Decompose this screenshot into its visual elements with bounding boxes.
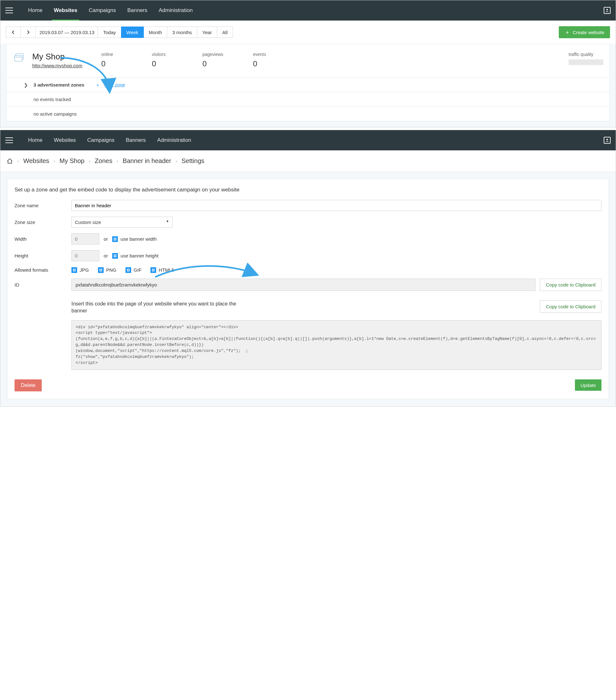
nav-campaigns[interactable]: Campaigns [82, 130, 120, 150]
code-instructions: Insert this code into the page of your w… [71, 300, 248, 315]
date-toolbar: 2019.03.07 — 2019.03.13 Today Week Month… [0, 21, 616, 44]
breadcrumb-banner[interactable]: Banner in header [123, 157, 171, 165]
or-text: or [104, 253, 108, 259]
stat-pageviews-value: 0 [202, 59, 237, 68]
breadcrumb-zones[interactable]: Zones [95, 157, 112, 165]
settings-panel: Set up a zone and get the embed code to … [7, 179, 609, 399]
zone-id-field[interactable]: pxfatahndkcolmqbuefzramvkekrwfykyo [71, 279, 535, 291]
menu-icon[interactable] [5, 8, 13, 13]
zone-size-value: Custom size [75, 220, 101, 225]
range-week[interactable]: Week [121, 26, 144, 38]
new-zone-link[interactable]: new zone [105, 82, 125, 88]
stat-visitors-value: 0 [152, 59, 186, 68]
stat-pageviews-label: pageviews [202, 52, 237, 57]
stat-online-label: online [101, 52, 136, 57]
format-jpg-checkbox[interactable] [71, 267, 77, 273]
website-name: My Shop [32, 52, 82, 62]
format-gif-checkbox[interactable] [125, 267, 131, 273]
or-text: or [104, 236, 108, 242]
breadcrumb-myshop[interactable]: My Shop [59, 157, 84, 165]
home-icon[interactable] [7, 158, 13, 164]
prev-period-button[interactable] [6, 26, 21, 38]
width-input[interactable] [71, 234, 99, 245]
width-label: Width [14, 236, 71, 242]
nav-banners[interactable]: Banners [122, 0, 153, 21]
plus-icon: ＋ [565, 28, 570, 36]
account-icon[interactable] [604, 7, 611, 14]
add-zone-plus-icon[interactable]: + [96, 82, 99, 88]
format-html5-checkbox[interactable] [150, 267, 156, 273]
nav-websites[interactable]: Websites [48, 130, 82, 150]
top-nav-2: Home Websites Campaigns Banners Administ… [0, 130, 616, 150]
use-banner-height-checkbox[interactable] [112, 253, 118, 259]
formats-label: Allowed formats [14, 267, 71, 273]
embed-code-block[interactable]: <div id="pxfatahndkcolmqbuefzramvkekrwfy… [71, 320, 602, 370]
website-card: My Shop http://www.myshop.com online 0 v… [6, 44, 610, 121]
website-url[interactable]: http://www.myshop.com [32, 63, 82, 68]
zones-count-label: 3 advertisement zones [34, 82, 84, 88]
campaigns-row[interactable]: no active campaigns [6, 107, 610, 121]
nav-banners[interactable]: Banners [120, 130, 151, 150]
chevron-right-icon: › [17, 159, 19, 164]
stat-online-value: 0 [101, 59, 136, 68]
range-all[interactable]: All [217, 26, 233, 38]
zones-row[interactable]: ❯ 3 advertisement zones + new zone [6, 77, 610, 92]
stat-visitors-label: visitors [152, 52, 186, 57]
nav-administration[interactable]: Administration [153, 0, 198, 21]
use-banner-width-label: use banner width [120, 236, 157, 242]
copy-code-button[interactable]: Copy code to Clipboard [540, 300, 602, 313]
chevron-right-icon: › [116, 159, 118, 164]
id-label: ID [14, 282, 71, 287]
date-range-display[interactable]: 2019.03.07 — 2019.03.13 [35, 26, 98, 38]
use-banner-width-checkbox[interactable] [112, 236, 118, 242]
account-icon[interactable] [604, 137, 611, 144]
settings-description: Set up a zone and get the embed code to … [14, 187, 602, 193]
menu-icon[interactable] [5, 137, 13, 143]
chevron-right-icon: › [54, 159, 55, 164]
format-jpg-label: JPG [79, 267, 89, 273]
zone-size-select[interactable]: Custom size ▼ [71, 217, 173, 228]
caret-down-icon: ▼ [166, 220, 169, 223]
create-website-button[interactable]: ＋ Create website [559, 26, 610, 38]
nav-home[interactable]: Home [22, 0, 48, 21]
update-button[interactable]: Update [575, 379, 602, 391]
stat-quality-label: traffic quality [569, 52, 603, 57]
height-label: Height [14, 253, 71, 259]
chevron-right-icon: ❯ [24, 83, 28, 88]
zone-name-label: Zone name [14, 203, 71, 208]
stat-events-value: 0 [253, 59, 287, 68]
events-row[interactable]: no events tracked [6, 92, 610, 107]
svg-point-0 [606, 9, 608, 10]
breadcrumb-websites[interactable]: Websites [23, 157, 49, 165]
format-png-checkbox[interactable] [98, 267, 104, 273]
nav-campaigns[interactable]: Campaigns [83, 0, 122, 21]
nav-administration[interactable]: Administration [151, 130, 197, 150]
nav-home[interactable]: Home [22, 130, 48, 150]
websites-list-screen: Home Websites Campaigns Banners Administ… [0, 0, 616, 127]
quality-bar [569, 59, 603, 65]
format-png-label: PNG [106, 267, 116, 273]
copy-id-button[interactable]: Copy code to Clipboard [540, 279, 602, 291]
create-website-label: Create website [573, 30, 604, 35]
height-input[interactable] [71, 250, 99, 261]
zone-name-input[interactable] [71, 200, 602, 211]
zone-settings-screen: Home Websites Campaigns Banners Administ… [0, 130, 616, 407]
stat-events-label: events [253, 52, 287, 57]
format-gif-label: GIF [134, 267, 141, 273]
chevron-right-icon: › [176, 159, 177, 164]
next-period-button[interactable] [21, 26, 36, 38]
format-html5-label: HTML5 [159, 267, 174, 273]
range-today[interactable]: Today [98, 26, 121, 38]
chevron-right-icon: › [89, 159, 90, 164]
nav-websites[interactable]: Websites [48, 0, 83, 21]
range-month[interactable]: Month [144, 26, 168, 38]
range-year[interactable]: Year [197, 26, 217, 38]
top-nav: Home Websites Campaigns Banners Administ… [0, 0, 616, 21]
breadcrumb: › Websites › My Shop › Zones › Banner in… [0, 150, 616, 172]
svg-point-4 [606, 139, 608, 140]
delete-button[interactable]: Delete [14, 379, 42, 391]
range-3months[interactable]: 3 months [167, 26, 197, 38]
svg-rect-2 [14, 55, 22, 61]
zone-size-label: Zone size [14, 220, 71, 225]
website-icon [14, 52, 26, 68]
